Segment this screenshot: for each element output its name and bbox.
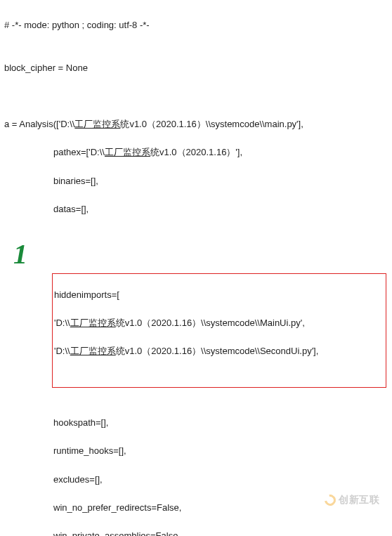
win-no-prefer-line: win_no_prefer_redirects=False,	[4, 501, 388, 515]
block-cipher-line: block_cipher = None	[4, 61, 388, 75]
excludes-line: excludes=[],	[4, 473, 388, 487]
pathex-line: pathex=['D:\\工厂监控系统v1.0（2020.1.16）'],	[4, 145, 388, 159]
binaries-line: binaries=[],	[4, 174, 388, 188]
win-private-line: win_private_assemblies=False,	[4, 529, 388, 536]
annotation-marker-1: 1	[10, 240, 31, 268]
datas-line: datas=[],	[4, 202, 388, 216]
highlight-box-1: hiddenimports=[ 'D:\\工厂监控系统v1.0（2020.1.1…	[52, 273, 386, 388]
analysis-open: a = Analysis(['D:\\工厂监控系统v1.0（2020.1.16）…	[4, 117, 388, 131]
comment-line: # -*- mode: python ; coding: utf-8 -*-	[4, 18, 388, 32]
hiddenimports-open: hiddenimports=[	[54, 288, 384, 302]
hiddenimport-2: 'D:\\工厂监控系统v1.0（2020.1.16）\\systemcode\\…	[54, 344, 384, 358]
code-block: # -*- mode: python ; coding: utf-8 -*- b…	[4, 4, 388, 536]
runtime-hooks-line: runtime_hooks=[],	[4, 444, 388, 458]
hookspath-line: hookspath=[],	[4, 416, 388, 430]
hiddenimport-1: 'D:\\工厂监控系统v1.0（2020.1.16）\\systemcode\\…	[54, 316, 384, 330]
